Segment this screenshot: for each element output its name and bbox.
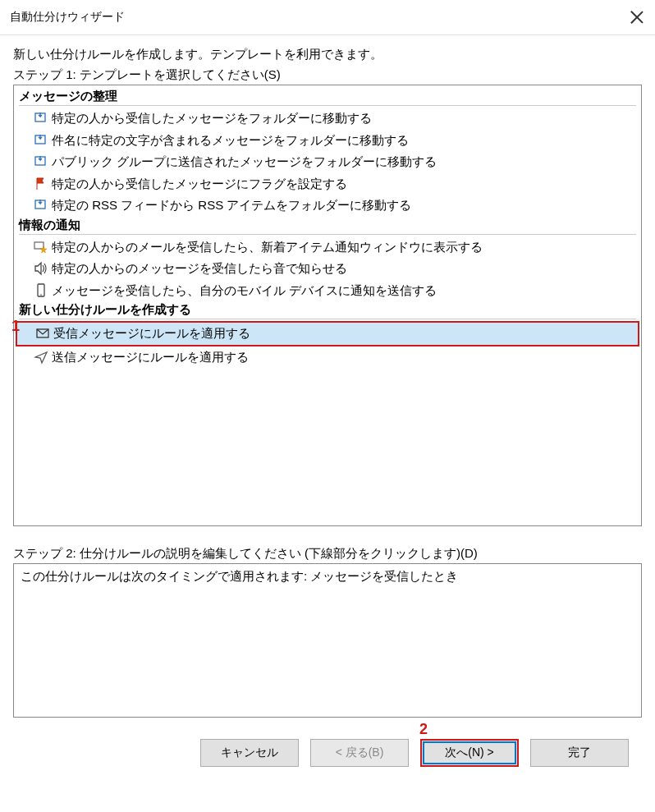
send-icon [34,350,48,365]
svg-rect-4 [34,242,44,249]
finish-button[interactable]: 完了 [530,739,629,767]
svg-point-6 [40,294,42,296]
section-header-notify: 情報の通知 [14,217,641,234]
template-mobile-notify[interactable]: メッセージを受信したら、自分のモバイル デバイスに通知を送信する [14,280,641,302]
annotation-marker-2: 2 [419,721,428,738]
section-header-create: 新しい仕分けルールを作成する [14,301,641,319]
flag-icon [34,177,48,191]
section-header-organize: メッセージの整理 [14,88,641,105]
title-bar: 自動仕分けウィザード [0,0,655,34]
alert-star-icon [34,240,48,255]
annotation-marker-1: 1 [11,318,20,335]
step1-label: ステップ 1: テンプレートを選択してください(S) [13,67,642,83]
intro-text: 新しい仕分けルールを作成します。テンプレートを利用できます。 [13,47,642,62]
template-move-public-group[interactable]: パブリック グループに送信されたメッセージをフォルダーに移動する [14,151,641,173]
template-label: 特定の人から受信したメッセージにフラグを設定する [52,175,347,194]
template-label: 件名に特定の文字が含まれるメッセージをフォルダーに移動する [52,131,409,150]
cancel-button[interactable]: キャンセル [200,739,299,767]
section-divider [19,105,636,106]
move-folder-icon [34,154,48,169]
template-label: パブリック グループに送信されたメッセージをフォルダーに移動する [52,153,437,172]
next-button[interactable]: 次へ(N) > [420,739,519,767]
template-play-sound[interactable]: 特定の人からのメッセージを受信したら音で知らせる [14,258,641,280]
sound-icon [34,261,48,276]
wizard-content: 新しい仕分けルールを作成します。テンプレートを利用できます。 ステップ 1: テ… [0,35,655,767]
step2-label: ステップ 2: 仕分けルールの説明を編集してください (下線部分をクリックします… [13,546,642,562]
template-apply-received[interactable]: 受信メッセージにルールを適用する [16,321,639,346]
rule-description-text: この仕分けルールは次のタイミングで適用されます: メッセージを受信したとき [21,569,458,583]
template-label: 特定の人からのメールを受信したら、新着アイテム通知ウィンドウに表示する [52,238,483,257]
envelope-icon [35,326,50,341]
template-label: 特定の人から受信したメッセージをフォルダーに移動する [52,109,372,128]
template-list[interactable]: メッセージの整理 特定の人から受信したメッセージをフォルダーに移動する 件名に特… [13,85,642,526]
move-folder-icon [34,133,48,148]
section-divider [19,234,636,235]
move-folder-icon [34,198,48,213]
section-divider [19,319,636,319]
template-label: 特定の人からのメッセージを受信したら音で知らせる [52,259,347,278]
back-button[interactable]: < 戻る(B) [310,739,409,767]
template-move-rss[interactable]: 特定の RSS フィードから RSS アイテムをフォルダーに移動する [14,195,641,217]
rule-description-box[interactable]: この仕分けルールは次のタイミングで適用されます: メッセージを受信したとき [13,563,642,718]
template-label: 特定の RSS フィードから RSS アイテムをフォルダーに移動する [52,196,411,215]
template-label: 送信メッセージにルールを適用する [52,348,249,367]
template-alert-window[interactable]: 特定の人からのメールを受信したら、新着アイテム通知ウィンドウに表示する [14,236,641,259]
template-move-by-subject[interactable]: 件名に特定の文字が含まれるメッセージをフォルダーに移動する [14,130,641,152]
template-move-from-person[interactable]: 特定の人から受信したメッセージをフォルダーに移動する [14,108,641,130]
template-label: 受信メッセージにルールを適用する [53,324,250,343]
template-label: メッセージを受信したら、自分のモバイル デバイスに通知を送信する [52,282,437,300]
template-apply-sent[interactable]: 送信メッセージにルールを適用する [14,346,641,369]
template-flag-from-person[interactable]: 特定の人から受信したメッセージにフラグを設定する [14,173,641,195]
button-row: 2 キャンセル < 戻る(B) 次へ(N) > 完了 [13,718,642,767]
window-title: 自動仕分けウィザード [10,10,125,25]
close-icon[interactable] [630,11,644,24]
move-folder-icon [34,111,48,126]
mobile-icon [34,283,48,298]
